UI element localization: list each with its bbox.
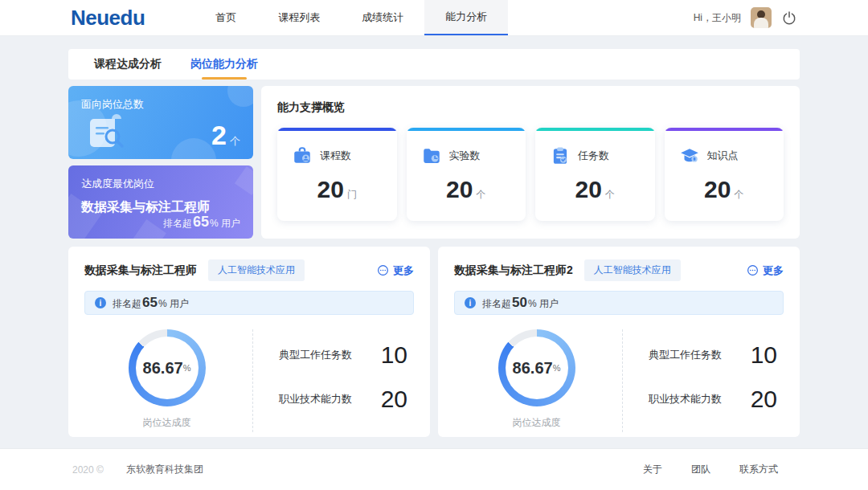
task-count-card: 任务数 20个 [535,128,655,221]
job-2-tag[interactable]: 人工智能技术应用 [584,259,681,281]
best-position-card: 达成度最优岗位 数据采集与标注工程师 排名超65% 用户 [68,165,253,239]
nav-item-course-list[interactable]: 课程列表 [257,0,341,35]
page-content: 课程达成分析 岗位能力分析 面向岗位总数 [0,36,868,437]
achievement-donut-chart: 86.67% [498,329,575,406]
job-2-title: 数据采集与标注工程师2 [454,263,573,278]
achievement-donut-chart: 86.67% [129,329,206,406]
total-positions-unit: 个 [230,135,240,147]
donut-percent: 86.67 [513,359,553,378]
course-count-value: 20 [317,176,344,202]
knowledge-count-card: 知识点 20个 [665,128,784,221]
more-ellipsis-icon [377,264,389,276]
nav-user-area: Hi，王小明 [694,0,797,35]
footer-link-about[interactable]: 关于 [643,463,662,476]
knowledge-count-value: 20 [704,176,731,202]
document-search-icon [86,109,133,154]
job-panel-1: 数据采集与标注工程师 人工智能技术应用 更多 i 排名超65% 用户 [68,247,430,437]
user-greeting: Hi，王小明 [694,11,741,25]
best-position-rank: 排名超65% 用户 [163,214,240,231]
company-name: 东软教育科技集团 [126,463,203,476]
overview-title: 能力支撑概览 [277,100,784,115]
job-1-skill-count-row: 职业技术能力数 20 [279,386,407,413]
dashed-divider [622,329,623,432]
info-icon: i [95,297,106,308]
footer-link-contact[interactable]: 联系方式 [739,463,778,476]
job-1-more-link[interactable]: 更多 [377,263,414,278]
tab-course-achievement[interactable]: 课程达成分析 [80,49,176,80]
knowledge-count-label: 知识点 [707,149,739,163]
main-nav: 首页 课程列表 成绩统计 能力分析 [194,0,508,35]
total-positions-value: 2 [211,120,227,150]
donut-label: 岗位达成度 [143,416,191,430]
nav-item-grade-stats[interactable]: 成绩统计 [341,0,424,35]
job-1-rank-banner: i 排名超65% 用户 [84,291,414,315]
user-avatar[interactable] [751,7,772,28]
task-count-value: 20 [575,176,602,202]
nav-item-home[interactable]: 首页 [194,0,257,35]
best-position-title: 达成度最优岗位 [81,177,240,191]
job-2-task-count-row: 典型工作任务数 10 [649,341,777,369]
experiment-count-card: 实验数 20个 [407,128,526,221]
job-1-tag[interactable]: 人工智能技术应用 [208,259,305,281]
neuedu-logo[interactable]: Neuedu [71,0,145,35]
logout-power-icon[interactable] [781,10,797,26]
task-count-label: 任务数 [578,149,609,163]
tab-position-ability[interactable]: 岗位能力分析 [176,49,272,80]
task-clipboard-icon [550,145,571,166]
nav-item-ability-analysis[interactable]: 能力分析 [424,0,508,35]
job-panel-2: 数据采集与标注工程师2 人工智能技术应用 更多 i 排名超50% 用户 [438,247,800,437]
page-footer: 2020 © 东软教育科技集团 关于 团队 联系方式 [0,448,868,490]
job-1-task-count-row: 典型工作任务数 10 [279,341,407,369]
job-2-skill-count-row: 职业技术能力数 20 [649,386,777,413]
course-case-icon [292,145,313,166]
experiment-count-label: 实验数 [449,149,481,163]
more-ellipsis-icon [747,264,759,276]
top-navbar: Neuedu 首页 课程列表 成绩统计 能力分析 Hi，王小明 [0,0,868,36]
job-2-rank-banner: i 排名超50% 用户 [454,291,784,315]
total-positions-card: 面向岗位总数 2个 [68,86,253,159]
job-1-title: 数据采集与标注工程师 [84,263,197,278]
course-count-card: 课程数 20门 [277,128,397,221]
donut-percent: 86.67 [143,359,183,378]
experiment-folder-icon [421,145,442,166]
analysis-tabbar: 课程达成分析 岗位能力分析 [68,49,800,80]
copyright-text: 2020 © [72,464,104,476]
job-2-more-link[interactable]: 更多 [747,263,784,278]
ability-overview-panel: 能力支撑概览 课 [261,86,800,239]
footer-link-team[interactable]: 团队 [691,463,710,476]
info-icon: i [465,297,476,308]
experiment-count-value: 20 [446,176,473,202]
dashed-divider [252,329,253,432]
knowledge-cap-icon [679,145,700,166]
donut-label: 岗位达成度 [513,416,561,430]
course-count-label: 课程数 [320,149,351,163]
summary-column: 面向岗位总数 2个 [68,86,253,239]
